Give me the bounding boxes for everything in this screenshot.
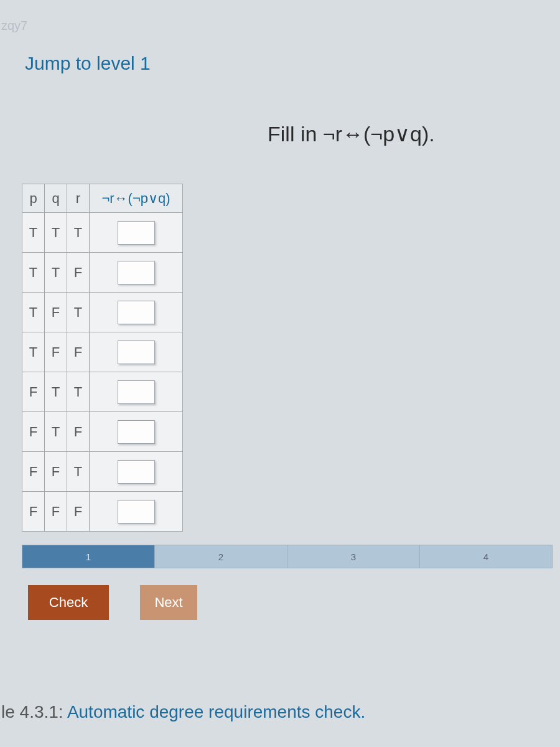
progress-bar: 1234 xyxy=(22,545,553,568)
table-row: FTF xyxy=(22,412,183,452)
footer-link-text: Automatic degree requirements check. xyxy=(67,702,365,721)
answer-input-row-7[interactable] xyxy=(118,460,155,484)
cell-p: F xyxy=(22,412,45,452)
table-row: FFF xyxy=(22,492,183,532)
answer-cell xyxy=(90,452,183,492)
answer-cell xyxy=(90,253,183,293)
answer-input-row-3[interactable] xyxy=(118,301,155,324)
cell-p: T xyxy=(22,293,45,332)
jump-to-level-link[interactable]: Jump to level 1 xyxy=(25,53,151,74)
cell-p: F xyxy=(22,372,45,412)
answer-input-row-6[interactable] xyxy=(118,420,155,444)
cell-r: F xyxy=(67,253,90,293)
answer-input-row-1[interactable] xyxy=(118,221,155,245)
col-header-q: q xyxy=(45,184,67,213)
answer-input-row-4[interactable] xyxy=(118,341,155,364)
truth-table: p q r ¬r↔(¬p∨q) TTTTTFTFTTFFFTTFTFFFTFFF xyxy=(22,184,183,532)
cell-r: F xyxy=(67,412,90,452)
progress-step-2[interactable]: 2 xyxy=(155,545,287,568)
next-button[interactable]: Next xyxy=(140,585,197,620)
progress-step-3[interactable]: 3 xyxy=(287,545,420,568)
answer-cell xyxy=(90,332,183,372)
cell-p: F xyxy=(22,492,45,532)
cell-r: F xyxy=(67,332,90,372)
col-header-r: r xyxy=(67,184,90,213)
cell-p: T xyxy=(22,253,45,293)
cell-q: T xyxy=(45,372,67,412)
footer-prefix: le 4.3.1: xyxy=(1,702,67,721)
progress-step-4[interactable]: 4 xyxy=(420,545,552,568)
instruction-text: Fill in ¬r↔(¬p∨q). xyxy=(268,121,435,146)
watermark-text: zqy7 xyxy=(1,19,27,33)
cell-r: F xyxy=(67,492,90,532)
check-button[interactable]: Check xyxy=(28,585,109,620)
cell-p: T xyxy=(22,213,45,253)
answer-input-row-2[interactable] xyxy=(118,261,155,284)
table-row: TFT xyxy=(22,293,183,332)
progress-step-1[interactable]: 1 xyxy=(22,545,155,568)
cell-q: F xyxy=(45,452,67,492)
cell-q: F xyxy=(45,332,67,372)
cell-p: T xyxy=(22,332,45,372)
answer-cell xyxy=(90,412,183,452)
answer-cell xyxy=(90,293,183,332)
table-row: TFF xyxy=(22,332,183,372)
table-row: TTT xyxy=(22,213,183,253)
cell-q: T xyxy=(45,213,67,253)
cell-r: T xyxy=(67,293,90,332)
cell-r: T xyxy=(67,372,90,412)
col-header-p: p xyxy=(22,184,45,213)
col-header-expression: ¬r↔(¬p∨q) xyxy=(90,184,183,213)
cell-q: T xyxy=(45,253,67,293)
answer-cell xyxy=(90,213,183,253)
table-row: FFT xyxy=(22,452,183,492)
answer-input-row-5[interactable] xyxy=(118,380,155,404)
cell-q: F xyxy=(45,293,67,332)
cell-r: T xyxy=(67,213,90,253)
table-row: TTF xyxy=(22,253,183,293)
cell-p: F xyxy=(22,452,45,492)
answer-input-row-8[interactable] xyxy=(118,500,155,524)
answer-cell xyxy=(90,492,183,532)
cell-q: T xyxy=(45,412,67,452)
answer-cell xyxy=(90,372,183,412)
cell-q: F xyxy=(45,492,67,532)
table-row: FTT xyxy=(22,372,183,412)
footer-caption: le 4.3.1: Automatic degree requirements … xyxy=(1,702,365,722)
cell-r: T xyxy=(67,452,90,492)
